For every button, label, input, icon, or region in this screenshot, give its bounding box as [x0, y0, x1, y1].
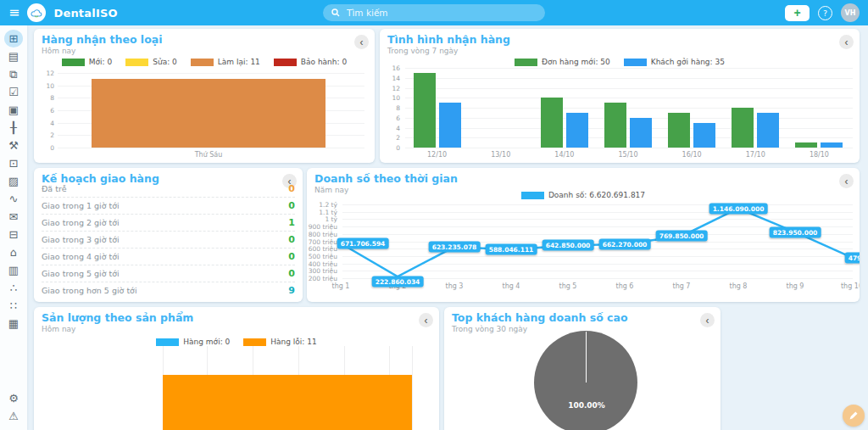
legend-swatch	[125, 59, 148, 66]
bar	[439, 103, 461, 148]
bar	[163, 375, 412, 430]
collapse-panel-button[interactable]: ‹	[700, 313, 715, 327]
sidebar-item-workflow[interactable]: ╂	[4, 119, 23, 137]
sidebar-item-documents[interactable]: ⧉	[4, 65, 23, 83]
sidebar-item-plan[interactable]: ▨	[4, 172, 23, 190]
workflow-icon: ╂	[10, 121, 17, 134]
collapse-panel-button[interactable]: ‹	[354, 35, 369, 49]
cloud-icon	[31, 8, 42, 18]
legend-item[interactable]: Hàng lỗi: 11	[243, 338, 316, 346]
app-logo[interactable]	[27, 3, 46, 22]
search-bar[interactable]	[323, 4, 545, 21]
legend-item[interactable]: Mới: 0	[62, 58, 112, 66]
y-axis-tick: 4	[34, 120, 54, 127]
sidebar-item-mail[interactable]: ✉	[4, 208, 23, 226]
x-axis-label: thg 8	[718, 282, 759, 290]
legend-label: Hàng lỗi: 11	[270, 338, 316, 346]
legend-item[interactable]: Sửa: 0	[125, 58, 177, 66]
legend-item[interactable]: Đơn hàng mới: 50	[515, 58, 610, 66]
x-axis-label: 17/10	[724, 151, 787, 159]
gridline	[405, 88, 853, 89]
y-axis-tick: 0	[34, 144, 54, 152]
x-axis-label: 18/10	[787, 151, 851, 159]
y-axis-tick: 1 tỷ	[307, 215, 337, 223]
legend-label: Làm lại: 11	[218, 58, 260, 66]
collapse-panel-button[interactable]: ‹	[419, 313, 433, 327]
legend-swatch	[624, 59, 647, 66]
sidebar-item-schedule-check[interactable]: ☑	[4, 83, 23, 101]
chart-legend: Doanh số: 6.620.691.817	[307, 191, 860, 199]
sidebar-item-factory[interactable]: ⌂	[4, 243, 23, 261]
y-axis-tick: 400 triệu	[307, 260, 337, 268]
sidebar-item-dashboard[interactable]: ⊞	[4, 30, 23, 47]
data-label-chip: 823.950.000	[770, 226, 821, 237]
bar	[92, 79, 326, 148]
avatar[interactable]: VH	[841, 3, 860, 22]
panel-top-customers: Top khách hàng doanh số cao Trong vòng 3…	[444, 307, 721, 430]
legend-label: Khách gởi hàng: 35	[651, 58, 725, 66]
help-button[interactable]: ?	[818, 6, 832, 20]
mail-icon: ✉	[9, 210, 19, 223]
sidebar-item-archive[interactable]: ⊟	[4, 226, 23, 243]
menu-icon[interactable]: ≡	[8, 6, 19, 20]
sidebar-item-report[interactable]: ▥	[4, 261, 23, 279]
legend-item[interactable]: Hàng mới: 0	[156, 338, 230, 346]
y-axis-tick: 10	[380, 94, 400, 102]
x-axis-label: 14/10	[532, 151, 596, 159]
legend-item[interactable]: Bảo hành: 0	[274, 58, 347, 66]
panel-subtitle: Hôm nay	[42, 47, 75, 55]
sidebar-item-alerts[interactable]: ⚠	[4, 407, 23, 425]
legend-swatch	[521, 192, 544, 199]
sidebar-item-scan[interactable]: ⊡	[4, 154, 23, 172]
gridline	[342, 264, 853, 265]
sidebar-item-machine[interactable]: ⚒	[4, 137, 23, 154]
sidebar-item-connector[interactable]: ∷	[4, 297, 23, 315]
delivery-row-value: 0	[288, 268, 295, 279]
panel-subtitle: Hôm nay	[42, 325, 75, 333]
plan-icon: ▨	[8, 175, 19, 187]
bar	[693, 123, 715, 148]
x-axis-label: thg 9	[775, 282, 815, 290]
y-axis-tick: 1.2 tỷ	[307, 201, 337, 209]
bar	[757, 113, 779, 148]
scan-icon: ⊡	[9, 157, 19, 170]
panel-title: Top khách hàng doanh số cao	[452, 311, 628, 324]
sidebar-item-settings[interactable]: ⚙	[4, 389, 23, 407]
y-axis-tick: 800 triệu	[307, 231, 337, 238]
legend-item[interactable]: Khách gởi hàng: 35	[624, 58, 725, 66]
x-axis-label: thg 1	[320, 282, 361, 290]
flow-icon: ∴	[10, 282, 17, 294]
sidebar-item-calendar[interactable]: ▣	[4, 101, 23, 119]
legend-label: Doanh số: 6.620.691.817	[548, 191, 645, 199]
panel-title: Hàng nhận theo loại	[42, 33, 162, 46]
alerts-icon: ⚠	[8, 410, 19, 422]
documents-icon: ⧉	[9, 68, 17, 81]
dashboard-icon: ⊞	[9, 32, 19, 45]
y-axis-tick: 500 triệu	[307, 253, 337, 260]
gridline	[342, 219, 853, 220]
legend-item[interactable]: Làm lại: 11	[191, 58, 260, 66]
sidebar-item-company[interactable]: ▦	[4, 315, 23, 332]
add-button[interactable]: +	[785, 5, 810, 21]
collapse-panel-button[interactable]: ‹	[839, 174, 854, 188]
sidebar-items: ⊞▤⧉☑▣╂⚒⊡▨∿✉⊟⌂▥∴∷▦	[4, 30, 23, 332]
sidebar-item-flow[interactable]: ∴	[4, 279, 23, 297]
sidebar: ⊞▤⧉☑▣╂⚒⊡▨∿✉⊟⌂▥∴∷▦ ⚙⚠	[0, 25, 27, 430]
plus-icon: +	[793, 7, 800, 19]
sidebar-item-orders[interactable]: ▤	[4, 47, 23, 65]
edit-fab[interactable]	[843, 405, 865, 427]
delivery-row-value: 0	[288, 251, 295, 262]
y-axis-tick: 12	[380, 85, 400, 92]
y-axis-tick: 12	[34, 70, 54, 77]
collapse-panel-button[interactable]: ‹	[839, 35, 854, 49]
search-input[interactable]	[345, 7, 537, 19]
gridline	[405, 118, 853, 119]
chevron-left-icon: ‹	[845, 176, 849, 187]
legend-item[interactable]: Doanh số: 6.620.691.817	[521, 191, 645, 199]
company-icon: ▦	[8, 317, 19, 330]
data-label-chip: 479.840.000	[845, 252, 860, 263]
y-axis-tick: 8	[380, 104, 400, 112]
sidebar-bottom-items: ⚙⚠	[4, 389, 23, 425]
chevron-left-icon: ‹	[706, 316, 709, 326]
sidebar-item-trend[interactable]: ∿	[4, 190, 23, 208]
